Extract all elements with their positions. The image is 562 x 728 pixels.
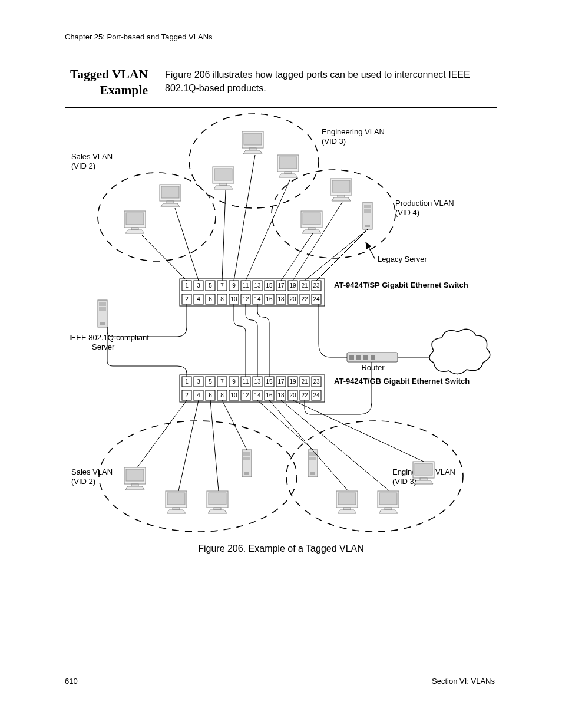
chapter-header: Chapter 25: Port-based and Tagged VLANs <box>65 32 495 41</box>
legacy-server-icon <box>363 202 372 229</box>
label-sales-top-l2: (VID 2) <box>71 162 95 170</box>
eng-bot-pc-1 <box>336 491 358 513</box>
svg-text:20: 20 <box>289 392 296 398</box>
svg-line-121 <box>178 400 199 491</box>
svg-text:13: 13 <box>254 378 261 385</box>
svg-text:24: 24 <box>313 296 320 302</box>
svg-text:16: 16 <box>266 392 273 398</box>
svg-text:18: 18 <box>277 392 285 398</box>
legacy-leader <box>366 242 375 259</box>
switch-2: 1 3 5 7 9 11 13 15 17 19 21 23 <box>180 375 325 402</box>
svg-text:17: 17 <box>277 282 285 289</box>
svg-text:8: 8 <box>220 392 224 398</box>
label-ieee-l2: Server <box>92 342 115 351</box>
svg-text:23: 23 <box>313 378 320 385</box>
svg-text:4: 4 <box>197 392 200 398</box>
svg-text:24: 24 <box>313 392 320 398</box>
sales-bot-tower <box>242 450 252 477</box>
switch-1: 1 3 5 7 9 11 13 15 17 19 21 23 <box>180 279 325 306</box>
sales-top-pc-1 <box>124 211 146 233</box>
svg-text:5: 5 <box>209 282 212 289</box>
prod-pc-1 <box>301 211 322 233</box>
footer-section: Section VI: VLANs <box>432 677 495 686</box>
svg-line-114 <box>234 155 255 281</box>
sales-vlan-top-ellipse <box>98 173 216 261</box>
figure-caption: Figure 206. Example of a Tagged VLAN <box>0 543 562 554</box>
eng-top-pc-1 <box>213 167 234 189</box>
svg-text:20: 20 <box>289 296 296 302</box>
svg-text:14: 14 <box>254 392 261 398</box>
eng-top-pc-3 <box>277 155 299 177</box>
label-sales-bot-l2: (VID 2) <box>71 477 95 486</box>
svg-text:12: 12 <box>242 296 249 302</box>
svg-text:21: 21 <box>301 378 308 385</box>
vlan-diagram: Sales VLAN (VID 2) Engineering VLAN (VID… <box>65 108 497 536</box>
eng-bot-pc-3 <box>413 462 434 484</box>
svg-text:23: 23 <box>313 282 320 289</box>
svg-text:11: 11 <box>242 282 249 289</box>
svg-text:7: 7 <box>220 282 224 289</box>
label-switch1: AT-9424T/SP Gigabit Ethernet Switch <box>334 281 468 289</box>
svg-text:12: 12 <box>242 392 249 398</box>
eng-bot-pc-2 <box>378 491 399 513</box>
svg-text:15: 15 <box>266 282 273 289</box>
svg-text:14: 14 <box>254 296 261 302</box>
svg-text:6: 6 <box>209 296 212 302</box>
sales-bot-pc-3 <box>207 491 228 513</box>
svg-text:1: 1 <box>185 282 189 289</box>
svg-text:21: 21 <box>301 282 308 289</box>
svg-text:19: 19 <box>289 282 296 289</box>
svg-text:1: 1 <box>185 378 189 385</box>
svg-line-113 <box>222 190 226 281</box>
label-eng-top-l1: Engineering VLAN <box>322 127 385 136</box>
svg-text:11: 11 <box>242 378 249 385</box>
svg-line-115 <box>246 179 290 281</box>
footer-page-number: 610 <box>65 677 78 686</box>
svg-text:15: 15 <box>266 378 273 385</box>
heading-line1: Tagged VLAN <box>70 67 148 81</box>
svg-text:10: 10 <box>230 296 237 302</box>
svg-text:10: 10 <box>230 392 237 398</box>
body-paragraph: Figure 206 illustrates how tagged ports … <box>165 68 495 95</box>
svg-text:4: 4 <box>197 296 200 302</box>
sales-bot-pc-1 <box>124 467 146 490</box>
label-router: Router <box>361 363 385 372</box>
svg-text:2: 2 <box>185 296 189 302</box>
router-icon <box>347 353 398 362</box>
svg-text:17: 17 <box>277 378 285 385</box>
label-legacy: Legacy Server <box>378 255 427 263</box>
svg-text:2: 2 <box>185 392 189 398</box>
label-ieee-l1: IEEE 802.1Q-compliant <box>69 333 149 342</box>
svg-text:5: 5 <box>209 378 212 385</box>
svg-text:13: 13 <box>254 282 261 289</box>
svg-text:22: 22 <box>301 296 308 302</box>
label-switch2: AT-9424T/GB Gigabit Ethernet Switch <box>334 377 470 386</box>
svg-text:6: 6 <box>209 392 212 398</box>
prod-pc-2 <box>330 179 352 201</box>
heading-line2: Example <box>100 83 148 97</box>
svg-text:3: 3 <box>197 378 200 385</box>
figure-206: Sales VLAN (VID 2) Engineering VLAN (VID… <box>65 107 497 536</box>
label-prod-l2: (VID 4) <box>395 208 419 217</box>
label-eng-top-l2: (VID 3) <box>322 137 346 146</box>
svg-line-119 <box>316 229 368 281</box>
svg-line-122 <box>210 400 219 491</box>
svg-line-123 <box>222 400 247 450</box>
svg-text:8: 8 <box>220 296 224 302</box>
label-sales-top-l1: Sales VLAN <box>71 152 113 161</box>
wan-cloud-icon <box>429 329 490 374</box>
switch1-to-router <box>319 304 347 357</box>
svg-text:22: 22 <box>301 392 308 398</box>
document-page: Chapter 25: Port-based and Tagged VLANs … <box>0 0 562 728</box>
svg-text:19: 19 <box>289 378 296 385</box>
svg-line-112 <box>175 208 199 281</box>
svg-line-120 <box>137 400 187 467</box>
svg-text:9: 9 <box>232 378 236 385</box>
sales-top-pc-2 <box>160 185 181 207</box>
svg-text:9: 9 <box>232 282 236 289</box>
svg-text:18: 18 <box>277 296 285 302</box>
label-sales-bot-l1: Sales VLAN <box>71 467 113 476</box>
svg-text:3: 3 <box>197 282 200 289</box>
svg-text:16: 16 <box>266 296 273 302</box>
section-heading: Tagged VLAN Example <box>30 67 148 98</box>
